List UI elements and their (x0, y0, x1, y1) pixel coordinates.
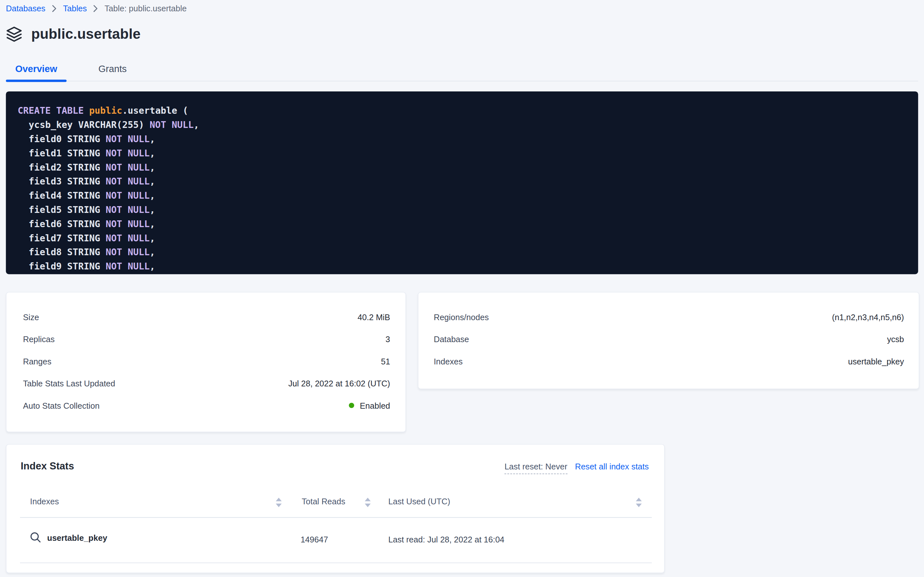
breadcrumb-current: Table: public.usertable (104, 2, 186, 15)
status-enabled-icon (349, 403, 354, 408)
summary-label: Size (23, 313, 39, 322)
breadcrumb: DatabasesTablesTable: public.usertable (6, 2, 186, 15)
summary-label: Ranges (23, 357, 51, 366)
table-row-divider (20, 562, 652, 563)
chevron-right-icon (93, 5, 98, 13)
sql-code-line: field4 STRING NOT NULL, (18, 189, 906, 203)
index-stats-title: Index Stats (21, 461, 74, 473)
summary-row-ranges: Ranges51 (23, 350, 390, 372)
reset-all-index-stats-link[interactable]: Reset all index stats (575, 462, 649, 471)
summary-row-auto-stats-collection: Auto Stats CollectionEnabled (23, 395, 390, 416)
sql-code-line: CREATE TABLE public.usertable ( (18, 104, 906, 118)
create-table-sql-block: CREATE TABLE public.usertable ( ycsb_key… (6, 92, 918, 274)
summary-value: 51 (381, 357, 390, 366)
tab-bar: OverviewGrants (6, 58, 146, 80)
sql-code-line: field1 STRING NOT NULL, (18, 147, 906, 161)
index-row-total-reads: 149647 (301, 535, 328, 544)
summary-value: 40.2 MiB (358, 313, 390, 322)
summary-value: (n1,n2,n3,n4,n5,n6) (832, 313, 904, 322)
breadcrumb-link-tables[interactable]: Tables (63, 2, 87, 15)
summary-value: ycsb (887, 334, 904, 344)
column-header-indexes[interactable]: Indexes (30, 496, 59, 506)
table-details-card: Regions/nodes(n1,n2,n3,n4,n5,n6)Database… (418, 292, 919, 389)
sql-code-line: field6 STRING NOT NULL, (18, 217, 906, 231)
summary-row-replicas: Replicas3 (23, 328, 390, 350)
sql-code-line: ycsb_key VARCHAR(255) NOT NULL, (18, 118, 906, 132)
index-stats-card: Index Stats Last reset: Never Reset all … (6, 444, 665, 573)
index-row-last-used: Last read: Jul 28, 2022 at 16:04 (388, 535, 504, 544)
layers-icon (6, 26, 22, 42)
summary-value: Enabled (349, 401, 390, 410)
last-reset-label[interactable]: Last reset: Never (505, 462, 567, 474)
breadcrumb-link-databases[interactable]: Databases (6, 2, 45, 15)
column-header-last-used[interactable]: Last Used (UTC) (388, 496, 450, 506)
active-tab-underline (6, 79, 66, 82)
search-icon (29, 532, 42, 544)
table-summary-card: Size40.2 MiBReplicas3Ranges51Table Stats… (6, 292, 406, 432)
sql-code-line: field9 STRING NOT NULL, (18, 259, 906, 274)
summary-label: Regions/nodes (434, 313, 489, 322)
summary-value: usertable_pkey (848, 357, 904, 366)
summary-row-regions-nodes: Regions/nodes(n1,n2,n3,n4,n5,n6) (434, 306, 904, 328)
summary-row-size: Size40.2 MiB (23, 306, 390, 328)
summary-label: Auto Stats Collection (23, 401, 100, 410)
summary-label: Indexes (434, 357, 463, 366)
index-row-name[interactable]: usertable_pkey (29, 532, 107, 544)
page-title: public.usertable (31, 26, 141, 42)
sql-code-line: field7 STRING NOT NULL, (18, 231, 906, 245)
summary-row-table-stats-last-updated: Table Stats Last UpdatedJul 28, 2022 at … (23, 372, 390, 395)
sort-toggle-indexes-icon[interactable] (276, 498, 281, 507)
tab-overview[interactable]: Overview (6, 58, 66, 80)
tab-divider (6, 81, 918, 81)
summary-value: 3 (386, 334, 390, 344)
summary-row-database: Databaseycsb (434, 328, 904, 350)
sort-toggle-last-used-icon[interactable] (636, 498, 641, 507)
sql-code-line: field0 STRING NOT NULL, (18, 132, 906, 147)
summary-label: Replicas (23, 334, 55, 344)
chevron-right-icon (52, 5, 57, 13)
sql-code-line: field2 STRING NOT NULL, (18, 160, 906, 174)
table-header-divider (20, 517, 652, 518)
table-details-page: DatabasesTablesTable: public.usertable p… (0, 0, 924, 577)
page-title-row: public.usertable (6, 26, 140, 42)
summary-label: Table Stats Last Updated (23, 379, 115, 388)
sort-toggle-total-reads-icon[interactable] (365, 498, 371, 507)
summary-row-indexes: Indexesusertable_pkey (434, 350, 904, 372)
summary-label: Database (434, 334, 469, 344)
index-stats-meta: Last reset: Never Reset all index stats (505, 462, 649, 474)
sql-code-line: field3 STRING NOT NULL, (18, 174, 906, 189)
tab-grants[interactable]: Grants (79, 58, 146, 80)
column-header-total-reads[interactable]: Total Reads (302, 496, 345, 506)
sql-code-line: field8 STRING NOT NULL, (18, 245, 906, 259)
summary-value: Jul 28, 2022 at 16:02 (UTC) (288, 379, 390, 388)
sql-code-line: field5 STRING NOT NULL, (18, 203, 906, 217)
